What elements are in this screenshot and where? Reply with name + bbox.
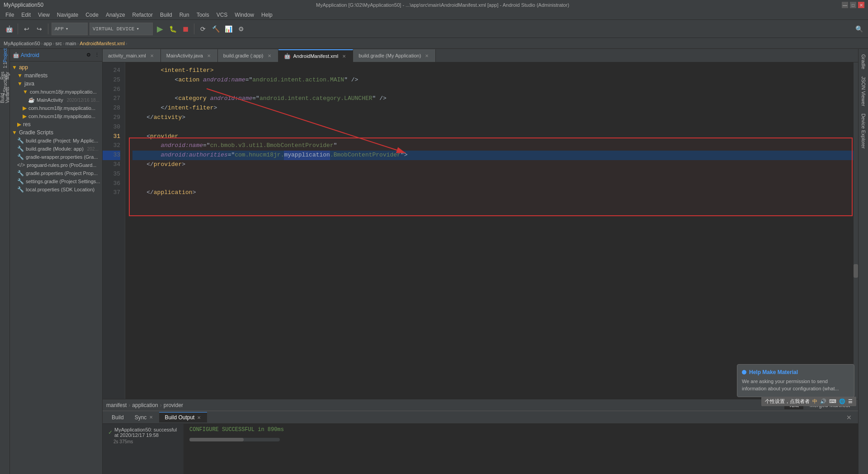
device-selector[interactable]: VIRTUAL DEVICE ▾ xyxy=(90,23,153,35)
search-button[interactable]: 🔍 xyxy=(854,24,864,34)
ime-icon-2[interactable]: ⌨ xyxy=(829,398,836,404)
close-button[interactable]: ✕ xyxy=(858,2,864,8)
gradle-panel-button[interactable]: Gradle xyxy=(860,51,867,73)
menu-build[interactable]: Build xyxy=(156,11,176,19)
settings-icon[interactable]: ⚙ xyxy=(86,52,91,58)
menu-navigate[interactable]: Navigate xyxy=(53,11,82,19)
ime-toggle[interactable]: 中 xyxy=(812,398,817,405)
redo-button[interactable]: ↪ xyxy=(34,24,45,34)
menu-refactor[interactable]: Refactor xyxy=(129,11,156,19)
tree-item-package[interactable]: ▼ com.hnucm18jr.myapplicatio... xyxy=(10,88,102,96)
tree-item-local-properties[interactable]: 🔧 local.properties (SDK Location) xyxy=(10,185,102,194)
run-button[interactable]: ▶ xyxy=(155,24,165,34)
scrollbar-thumb[interactable] xyxy=(854,264,858,278)
breadcrumb-bottom-manifest[interactable]: manifest xyxy=(106,402,127,408)
tree-item-build-gradle-app[interactable]: 🔧 build.gradle (Module: app) 202... xyxy=(10,145,102,153)
tab-close-icon-2[interactable]: ✕ xyxy=(206,52,212,59)
tree-item-build-gradle-project[interactable]: 🔧 build.gradle (Project: My Applic... xyxy=(10,137,102,145)
menu-help[interactable]: Help xyxy=(258,11,276,19)
tab-build-label[interactable]: Build xyxy=(106,412,129,422)
tab-label-sync: Sync xyxy=(135,414,147,421)
tab-close-icon[interactable]: ✕ xyxy=(149,52,155,59)
breadcrumb-app[interactable]: app xyxy=(43,41,52,46)
menubar: File Edit View Navigate Code Analyze Ref… xyxy=(0,10,868,20)
ime-icon-3[interactable]: 🌐 xyxy=(839,398,845,404)
tree-item-res[interactable]: ▶ res xyxy=(10,120,102,128)
tab-build-output-close[interactable]: ✕ xyxy=(196,415,202,420)
more-icon[interactable]: ⋮ xyxy=(94,52,99,58)
vertical-scrollbar[interactable] xyxy=(854,62,858,399)
app-selector[interactable]: APP ▾ xyxy=(52,23,88,35)
tab-close-icon-5[interactable]: ✕ xyxy=(424,52,430,59)
project-panel-button[interactable]: Project xyxy=(0,51,9,60)
tab-close-icon-3[interactable]: ✕ xyxy=(266,52,273,59)
menu-analyze[interactable]: Analyze xyxy=(102,11,129,19)
tab-activity-main[interactable]: activity_main.xml ✕ xyxy=(103,49,161,62)
code-content[interactable]: <intent-filter> <action android:name="an… xyxy=(125,62,858,399)
ime-icon-4[interactable]: ☰ xyxy=(848,398,853,404)
profiler-button[interactable]: 📊 xyxy=(223,24,234,34)
tree-item-mainactivity[interactable]: ☕ MainActivity 2020/12/16 18... xyxy=(10,96,102,104)
tree-item-java[interactable]: ▼ java xyxy=(10,80,102,88)
breadcrumb-project[interactable]: MyApplication50 xyxy=(4,41,40,46)
breadcrumb-main[interactable]: main xyxy=(66,41,76,46)
menu-edit[interactable]: Edit xyxy=(18,11,34,19)
tree-item-gradle-properties[interactable]: 🔧 gradle.properties (Project Prop... xyxy=(10,169,102,177)
breadcrumb-manifest[interactable]: AndroidManifest.xml xyxy=(80,41,125,46)
tree-item-package3[interactable]: ▶ com.hnucm18jr.myapplicatio... xyxy=(10,112,102,120)
tree-item-settings-gradle[interactable]: 🔧 settings.gradle (Project Settings... xyxy=(10,177,102,185)
build-button[interactable]: 🔨 xyxy=(210,24,221,34)
tab-sync-label[interactable]: Sync ✕ xyxy=(129,412,160,422)
menu-run[interactable]: Run xyxy=(176,11,193,19)
menu-view[interactable]: View xyxy=(34,11,53,19)
ime-icon-1[interactable]: 🔊 xyxy=(820,398,826,404)
tree-item-package2[interactable]: ▶ com.hnucm18jr.myapplicatio... xyxy=(10,104,102,112)
output-scrollbar[interactable] xyxy=(189,438,280,441)
menu-window[interactable]: Window xyxy=(231,11,258,19)
tree-item-gradle-wrapper[interactable]: 🔧 gradle-wrapper.properties (Gra... xyxy=(10,153,102,161)
maximize-button[interactable]: □ xyxy=(850,2,856,8)
tab-androidmanifest[interactable]: 🤖 AndroidManifest.xml ✕ xyxy=(278,49,354,62)
settings-button[interactable]: ⚙ xyxy=(236,24,246,34)
gradle-icon-4: 🔧 xyxy=(17,170,24,176)
minimize-button[interactable]: — xyxy=(842,2,848,8)
sync-button[interactable]: ⟳ xyxy=(198,24,208,34)
tab-sync-close[interactable]: ✕ xyxy=(148,415,154,420)
debug-button[interactable]: 🐛 xyxy=(167,24,178,34)
menu-vcs[interactable]: VCS xyxy=(213,11,231,19)
breadcrumb-src[interactable]: src xyxy=(55,41,62,46)
app-selector-label: APP xyxy=(55,26,64,32)
tab-close-icon-4[interactable]: ✕ xyxy=(341,53,347,59)
tab-mainactivity[interactable]: MainActivity.java ✕ xyxy=(161,49,218,62)
code-line-29: </activity> xyxy=(132,113,858,123)
breadcrumb-bottom-application[interactable]: application xyxy=(132,402,158,408)
breadcrumb-bottom-provider[interactable]: provider xyxy=(164,402,183,408)
code-editor[interactable]: 24 25 26 27 28 29 30 31 32 33 34 35 36 3… xyxy=(103,62,858,399)
android-icon[interactable]: 🤖 xyxy=(4,24,14,34)
tree-item-gradle-scripts[interactable]: ▼ Gradle Scripts xyxy=(10,128,102,137)
line-number-25: 25 xyxy=(103,76,120,85)
build-variants-button[interactable]: Build Variants xyxy=(0,90,9,100)
output-scrollbar-thumb[interactable] xyxy=(189,438,244,441)
json-viewer-button[interactable]: JSON Viewer xyxy=(860,73,867,110)
tree-item-app[interactable]: ▼ app xyxy=(10,63,102,71)
menu-tools[interactable]: Tools xyxy=(193,11,213,19)
tab-build-gradle[interactable]: build.gradle (:app) ✕ xyxy=(218,49,278,62)
tree-item-proguard[interactable]: </> proguard-rules.pro (ProGuard... xyxy=(10,161,102,169)
undo-button[interactable]: ↩ xyxy=(21,24,32,34)
titlebar-app-name: MyApplication50 xyxy=(4,2,43,8)
structure-panel-button[interactable]: 1:1 xyxy=(0,61,9,70)
gradle-icon-6: 🔧 xyxy=(17,186,24,193)
code-line-36 xyxy=(132,179,858,189)
bottom-panel-close[interactable]: ✕ xyxy=(844,414,854,421)
bottom-panel: Build Sync ✕ Build Output ✕ ✕ xyxy=(103,411,858,474)
stop-button[interactable]: ◼ xyxy=(180,24,191,34)
tab-build-gradle-my-app[interactable]: build.gradle (My Application) ✕ xyxy=(353,49,436,62)
tab-build-output-label[interactable]: Build Output ✕ xyxy=(159,412,207,422)
menu-code[interactable]: Code xyxy=(82,11,102,19)
menu-file[interactable]: File xyxy=(2,11,18,19)
device-explorer-button[interactable]: Device Explorer xyxy=(860,110,867,152)
build-item-1[interactable]: ✓ MyApplication50: successful at 2020/12… xyxy=(106,426,180,439)
line-number-34: 34 xyxy=(103,160,120,170)
tree-item-manifests[interactable]: ▼ manifests xyxy=(10,71,102,80)
